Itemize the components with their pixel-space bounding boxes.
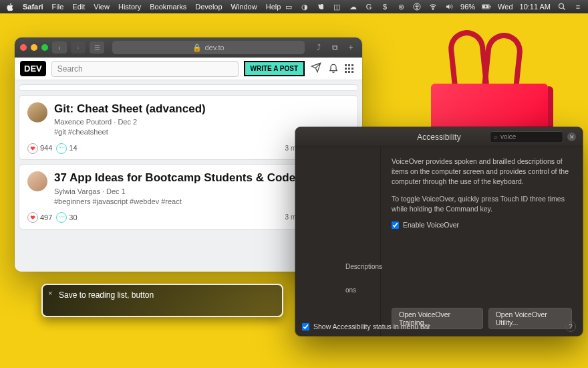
share-icon[interactable]: ⤴ — [313, 43, 325, 52]
sidebar-button[interactable]: ☰ — [90, 41, 104, 54]
help-button[interactable]: ? — [565, 321, 576, 332]
google-icon[interactable]: G — [364, 3, 374, 11]
open-utility-button[interactable]: Open VoiceOver Utility... — [488, 308, 572, 329]
close-window[interactable] — [20, 44, 27, 51]
spotlight-icon[interactable] — [557, 3, 567, 11]
notifications-icon[interactable] — [327, 62, 339, 75]
evernote-icon[interactable] — [316, 3, 325, 11]
cloud-icon[interactable]: ☁ — [348, 3, 357, 11]
sync-icon[interactable]: ⊚ — [396, 3, 406, 11]
prefs-search[interactable]: ⌕voice — [490, 131, 563, 143]
menu-bookmarks[interactable]: Bookmarks — [150, 3, 186, 11]
safari-titlebar: ‹ › ☰ 🔒 dev.to ⤴ ⧉ + — [15, 37, 362, 58]
post-card[interactable] — [19, 84, 358, 91]
connect-icon[interactable] — [310, 62, 322, 75]
macos-menubar: Safari File Edit View History Bookmarks … — [0, 0, 588, 13]
back-button[interactable]: ‹ — [52, 41, 67, 54]
clear-search[interactable]: ✕ — [567, 132, 576, 141]
menubar-time[interactable]: 10:11 AM — [520, 3, 551, 11]
prefs-title: Accessibility — [417, 132, 460, 142]
svg-rect-5 — [490, 6, 490, 8]
show-status-checkbox[interactable]: Show Accessibility status in menu bar — [302, 323, 430, 331]
menu-grid-icon[interactable] — [345, 64, 357, 73]
post-meta: Maxence Poutord · Dec 2 — [54, 118, 349, 126]
voiceover-toggle-hint: To toggle VoiceOver, quickly press Touch… — [392, 194, 572, 214]
battery-icon[interactable] — [482, 3, 491, 11]
dev-logo[interactable]: DEV — [20, 61, 46, 76]
search-icon: ⌕ — [494, 133, 498, 141]
apple-logo[interactable] — [5, 3, 14, 11]
accessibility-icon[interactable] — [412, 3, 422, 11]
heart-reaction[interactable]: 944 — [27, 143, 52, 154]
minimize-window[interactable] — [31, 44, 37, 51]
battery-pct[interactable]: 96% — [460, 3, 475, 11]
menu-edit[interactable]: Edit — [72, 3, 85, 11]
forward-button[interactable]: › — [71, 41, 86, 54]
volume-icon[interactable] — [444, 3, 454, 11]
unicorn-reaction[interactable]: 〰30 — [56, 212, 77, 223]
menubar-app-name[interactable]: Safari — [23, 3, 43, 11]
voiceover-caption: Save to reading list, button — [41, 284, 283, 317]
menu-file[interactable]: File — [52, 3, 64, 11]
avatar[interactable] — [27, 171, 47, 191]
write-post-button[interactable]: WRITE A POST — [244, 61, 305, 76]
avatar[interactable] — [27, 102, 47, 122]
tabs-icon[interactable]: ⧉ — [329, 43, 341, 52]
status-icon[interactable]: ◑ — [300, 3, 309, 11]
notification-center-icon[interactable]: ≡ — [573, 3, 583, 11]
url-bar[interactable]: 🔒 dev.to — [112, 41, 305, 54]
menubar-day[interactable]: Wed — [498, 3, 512, 11]
wifi-icon[interactable] — [428, 3, 438, 11]
prefs-sidebar[interactable]: Descriptions ons — [295, 147, 381, 336]
menu-help[interactable]: Help — [266, 3, 281, 11]
accessibility-prefs-window: Accessibility ⌕voice ✕ Descriptions ons … — [295, 127, 583, 336]
zoom-window[interactable] — [41, 44, 48, 51]
search-input[interactable]: Search — [51, 61, 239, 77]
menu-history[interactable]: History — [118, 3, 141, 11]
unicorn-reaction[interactable]: 〰14 — [56, 143, 77, 154]
status-icon[interactable]: ▭ — [284, 3, 293, 11]
dollar-icon[interactable]: $ — [380, 3, 390, 11]
inbox-icon[interactable]: ◫ — [332, 3, 341, 11]
url-text: dev.to — [204, 43, 224, 52]
sidebar-item[interactable]: Descriptions — [340, 261, 380, 272]
enable-voiceover-checkbox[interactable]: Enable VoiceOver — [392, 221, 572, 229]
new-tab[interactable]: + — [345, 43, 357, 52]
sidebar-item[interactable]: ons — [340, 284, 380, 296]
lock-icon: 🔒 — [192, 43, 202, 52]
svg-point-2 — [433, 9, 434, 10]
svg-point-6 — [559, 4, 564, 9]
svg-point-1 — [416, 5, 417, 5]
post-title[interactable]: Git: Cheat Sheet (advanced) — [54, 102, 349, 116]
menu-view[interactable]: View — [94, 3, 110, 11]
dev-header: DEV Search WRITE A POST — [15, 58, 362, 80]
voiceover-caption-text: Save to reading list, button — [59, 290, 154, 300]
heart-reaction[interactable]: 497 — [27, 212, 52, 223]
voiceover-desc: VoiceOver provides spoken and brailled d… — [392, 157, 572, 187]
menu-develop[interactable]: Develop — [195, 3, 222, 11]
menu-window[interactable]: Window — [231, 3, 257, 11]
